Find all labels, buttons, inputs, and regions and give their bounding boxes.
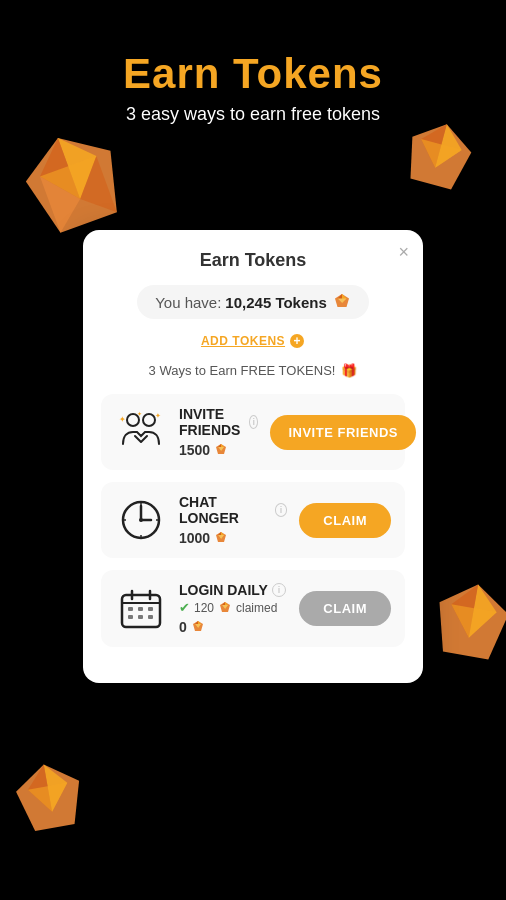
- gem-decoration-right-mid: [426, 580, 506, 670]
- svg-point-25: [143, 414, 155, 426]
- token-count-value: 10,245 Tokens: [225, 294, 326, 311]
- claimed-row: ✔ 120 claimed: [179, 600, 287, 615]
- gem-decoration-bottom-left: [10, 760, 90, 840]
- svg-rect-51: [148, 607, 153, 611]
- page-title: Earn Tokens: [0, 50, 506, 98]
- earn-tokens-modal: × Earn Tokens You have: 10,245 Tokens AD…: [83, 230, 423, 683]
- login-daily-name: LOGIN DAILY i: [179, 582, 287, 598]
- ways-row: 3 Ways to Earn FREE TOKENS! 🎁: [101, 363, 405, 378]
- chat-icon: [117, 496, 165, 544]
- chat-icon-container: [115, 494, 167, 546]
- chat-tokens-amount: 1000: [179, 530, 210, 546]
- close-button[interactable]: ×: [398, 242, 409, 263]
- gem-decoration-top-left: [20, 130, 130, 240]
- login-action: CLAIM: [299, 591, 391, 626]
- chat-longer-name: CHAT LONGER i: [179, 494, 287, 526]
- token-count-container: You have: 10,245 Tokens: [137, 285, 369, 319]
- chat-tokens-row: 1000: [179, 530, 287, 546]
- invite-friends-button[interactable]: INVITE FRIENDS: [270, 415, 416, 450]
- chat-gem-icon: [214, 531, 228, 545]
- login-daily-info: LOGIN DAILY i ✔ 120 claimed 0: [179, 582, 287, 635]
- svg-rect-54: [148, 615, 153, 619]
- claimed-check-icon: ✔: [179, 600, 190, 615]
- chat-info-dot: i: [275, 503, 288, 517]
- token-gem-icon: [333, 293, 351, 311]
- svg-text:✦: ✦: [119, 415, 126, 424]
- you-have-label: You have:: [155, 294, 221, 311]
- gem-decoration-top-right: [401, 120, 476, 195]
- invite-info-dot: i: [249, 415, 258, 429]
- chat-action: CLAIM: [299, 503, 391, 538]
- page-subtitle: 3 easy ways to earn free tokens: [0, 104, 506, 125]
- svg-text:+: +: [294, 334, 301, 348]
- invite-friends-info: INVITE FRIENDS i 1500: [179, 406, 258, 458]
- login-tokens-amount: 0: [179, 619, 187, 635]
- svg-text:✦: ✦: [155, 412, 161, 419]
- claimed-label: claimed: [236, 601, 277, 615]
- login-icon-container: [115, 583, 167, 635]
- invite-friends-name: INVITE FRIENDS i: [179, 406, 258, 438]
- modal-title: Earn Tokens: [101, 250, 405, 271]
- gift-icon: 🎁: [341, 363, 357, 378]
- svg-rect-49: [128, 607, 133, 611]
- add-tokens-row: ADD TOKENS +: [101, 333, 405, 349]
- login-gem-icon: [191, 620, 205, 634]
- svg-text:✦: ✦: [137, 411, 142, 417]
- svg-rect-53: [138, 615, 143, 619]
- earn-item-login: LOGIN DAILY i ✔ 120 claimed 0: [101, 570, 405, 647]
- invite-action: INVITE FRIENDS: [270, 415, 416, 450]
- earn-item-chat: CHAT LONGER i 1000 CLAIM: [101, 482, 405, 558]
- login-icon: [117, 585, 165, 633]
- header: Earn Tokens 3 easy ways to earn free tok…: [0, 0, 506, 125]
- login-claim-button[interactable]: CLAIM: [299, 591, 391, 626]
- ways-label: 3 Ways to Earn FREE TOKENS!: [149, 363, 336, 378]
- invite-tokens-amount: 1500: [179, 442, 210, 458]
- invite-tokens-row: 1500: [179, 442, 258, 458]
- add-tokens-link[interactable]: ADD TOKENS: [201, 334, 285, 348]
- claimed-gem-icon: [218, 601, 232, 615]
- add-tokens-icon: +: [289, 333, 305, 349]
- invite-gem-icon: [214, 443, 228, 457]
- invite-icon: ✦ ✦ ✦: [117, 408, 165, 456]
- claimed-amount: 120: [194, 601, 214, 615]
- invite-icon-container: ✦ ✦ ✦: [115, 406, 167, 458]
- login-info-dot: i: [272, 583, 286, 597]
- svg-rect-50: [138, 607, 143, 611]
- chat-claim-button[interactable]: CLAIM: [299, 503, 391, 538]
- login-tokens-row: 0: [179, 619, 287, 635]
- chat-longer-info: CHAT LONGER i 1000: [179, 494, 287, 546]
- earn-item-invite: ✦ ✦ ✦ INVITE FRIENDS i 1500 INVITE FR: [101, 394, 405, 470]
- svg-rect-52: [128, 615, 133, 619]
